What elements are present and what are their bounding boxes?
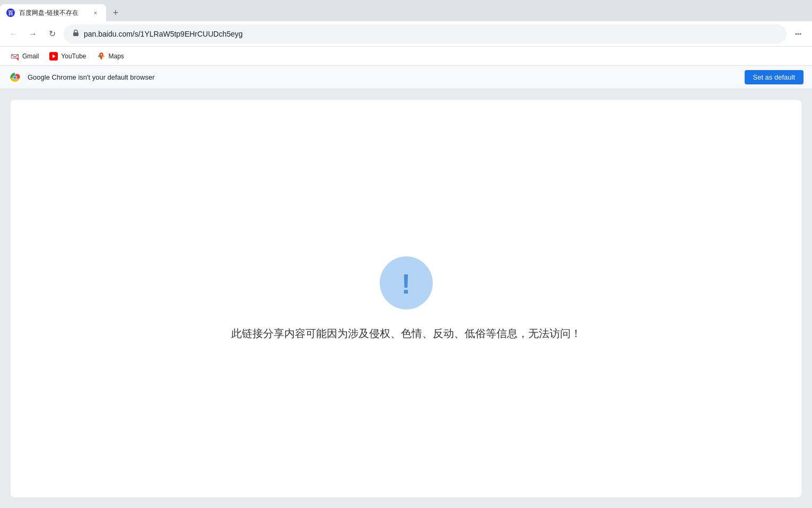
notification-text: Google Chrome isn't your default browser [28,73,738,81]
bookmark-youtube[interactable]: YouTube [45,50,90,63]
reload-button[interactable]: ↻ [45,27,59,41]
error-icon-container: ! [380,256,433,309]
maps-favicon-icon [97,52,106,61]
tab-close-button[interactable]: × [91,8,100,17]
notification-bar: Google Chrome isn't your default browser… [0,66,812,89]
bookmark-gmail-label: Gmail [22,53,39,60]
chrome-logo-icon [8,71,21,84]
svg-point-14 [14,76,16,79]
tab-bar: 百 百度网盘-链接不存在 × + [0,0,812,21]
url-text: pan.baidu.com/s/1YLRaW5tp9EHrCUUDch5eyg [84,30,778,38]
new-tab-button[interactable]: + [108,5,123,20]
navigation-bar: ← → ↻ pan.baidu.com/s/1YLRaW5tp9EHrCUUDc… [0,21,812,47]
bookmarks-bar: Gmail YouTube Maps [0,47,812,66]
error-exclamation-icon: ! [401,270,411,298]
bookmark-youtube-label: YouTube [61,53,86,60]
tab-favicon: 百 [6,8,15,17]
svg-point-4 [798,33,799,35]
bookmark-maps-label: Maps [109,53,124,60]
lock-icon [72,29,80,38]
bookmark-maps[interactable]: Maps [93,50,128,63]
svg-rect-2 [73,32,78,36]
browser-frame: 百 百度网盘-链接不存在 × + ← → ↻ pan.baidu.com/s/1… [0,0,812,89]
back-button[interactable]: ← [6,27,21,41]
tab-title: 百度网盘-链接不存在 [19,8,87,18]
address-bar[interactable]: pan.baidu.com/s/1YLRaW5tp9EHrCUUDch5eyg [64,24,787,44]
youtube-favicon-icon [49,52,58,61]
main-content: ! 此链接分享内容可能因为涉及侵权、色情、反动、低俗等信息，无法访问！ [0,89,812,508]
svg-point-5 [800,33,801,35]
svg-point-10 [100,54,102,55]
gmail-favicon-icon [11,52,19,61]
svg-point-3 [796,33,797,35]
active-tab[interactable]: 百 百度网盘-链接不存在 × [0,4,106,21]
page-container: ! 此链接分享内容可能因为涉及侵权、色情、反动、低俗等信息，无法访问！ [11,100,801,497]
set-as-default-button[interactable]: Set as default [745,70,804,84]
forward-button[interactable]: → [25,27,40,41]
extensions-button[interactable] [791,27,806,41]
svg-text:百: 百 [8,10,14,16]
bookmark-gmail[interactable]: Gmail [6,50,43,63]
error-message: 此链接分享内容可能因为涉及侵权、色情、反动、低俗等信息，无法访问！ [231,326,581,341]
